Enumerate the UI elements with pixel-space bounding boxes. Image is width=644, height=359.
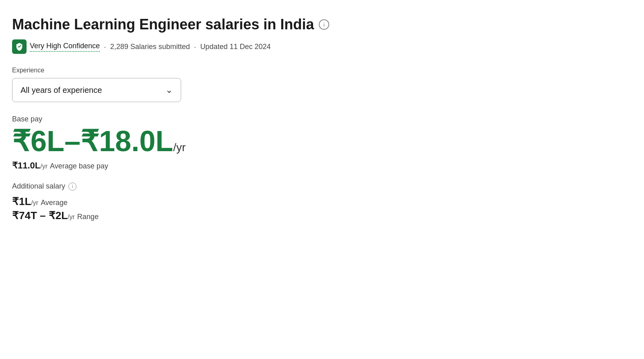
updated-date: Updated 11 Dec 2024	[200, 43, 270, 51]
additional-salary-info-icon[interactable]: i	[68, 183, 76, 191]
experience-section: Experience All years of experience ⌄	[12, 67, 632, 102]
additional-salary-section: Additional salary i ₹1L /yr Average ₹74T…	[12, 182, 632, 222]
experience-dropdown-text: All years of experience	[21, 86, 102, 95]
additional-average: ₹1L /yr Average	[12, 195, 632, 208]
additional-avg-label: Average	[41, 199, 68, 207]
title-info-icon[interactable]: i	[319, 19, 329, 30]
shield-icon	[12, 39, 27, 54]
confidence-badge: Very High Confidence	[12, 39, 100, 54]
salary-range-unit: /yr	[173, 141, 186, 154]
base-pay-label: Base pay	[12, 115, 632, 123]
page-title: Machine Learning Engineer salaries in In…	[12, 16, 632, 33]
additional-avg-amount: ₹1L	[12, 195, 31, 208]
additional-range: ₹74T – ₹2L /yr Range	[12, 209, 632, 222]
salary-range-low: ₹6L	[12, 127, 64, 156]
confidence-level: Very High Confidence	[30, 42, 100, 52]
separator-2: ·	[194, 42, 196, 51]
salary-range-separator: –	[64, 127, 80, 156]
avg-base-unit: /yr	[40, 163, 47, 170]
additional-range-label: Range	[77, 213, 99, 221]
additional-range-amount: ₹74T – ₹2L	[12, 209, 68, 222]
avg-base-amount: ₹11.0L	[12, 160, 40, 171]
title-text: Machine Learning Engineer salaries in In…	[12, 16, 314, 33]
salary-range-high: ₹18.0L	[80, 127, 173, 156]
experience-label: Experience	[12, 67, 632, 74]
average-base-pay: ₹11.0L /yr Average base pay	[12, 160, 632, 171]
salaries-count: 2,289 Salaries submitted	[110, 43, 190, 51]
base-pay-section: Base pay ₹6L – ₹18.0L /yr ₹11.0L /yr Ave…	[12, 115, 632, 171]
confidence-row: Very High Confidence · 2,289 Salaries su…	[12, 39, 632, 54]
separator-1: ·	[104, 42, 106, 51]
additional-range-unit: /yr	[68, 213, 75, 221]
avg-base-label: Average base pay	[50, 162, 108, 170]
chevron-down-icon: ⌄	[165, 85, 173, 95]
additional-avg-unit: /yr	[31, 199, 38, 207]
additional-salary-label: Additional salary	[12, 182, 65, 191]
salary-range: ₹6L – ₹18.0L /yr	[12, 127, 632, 156]
experience-dropdown[interactable]: All years of experience ⌄	[12, 78, 181, 102]
additional-salary-header: Additional salary i	[12, 182, 632, 191]
